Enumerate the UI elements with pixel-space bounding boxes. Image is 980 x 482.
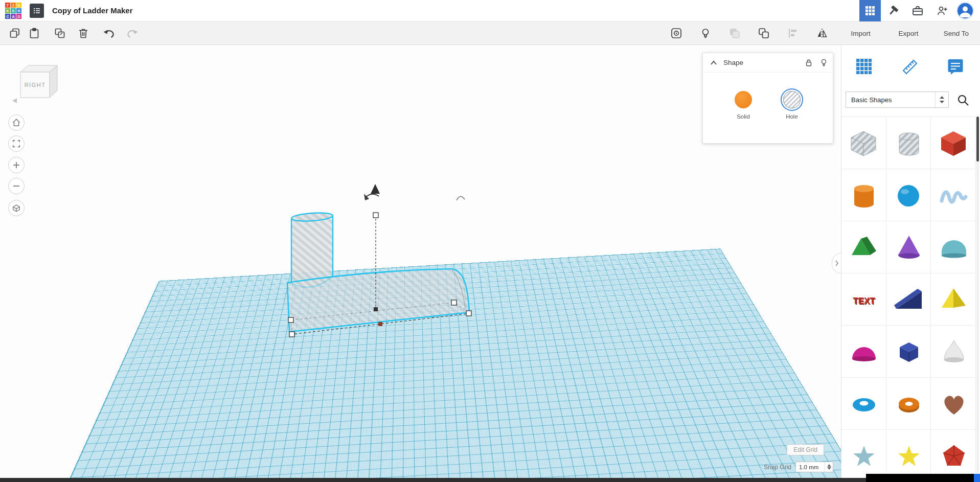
shape-gem[interactable] [931, 430, 976, 478]
shape-torus[interactable] [841, 378, 886, 430]
bright-button[interactable] [697, 25, 714, 42]
send-to-button[interactable]: Send To [932, 30, 980, 37]
move-up-arrow[interactable] [371, 184, 380, 194]
zoom-in-button[interactable] [8, 157, 25, 173]
shape-box[interactable] [931, 117, 976, 169]
lightbulb-icon [699, 27, 712, 39]
app-header: TINKERCAD Copy of Ladder Maker [0, 0, 980, 21]
shape-paraboloid[interactable] [931, 326, 976, 378]
projects-button[interactable] [905, 0, 930, 21]
shapes-panel: Basic Shapes TEXTTEXT [841, 45, 980, 478]
shape-roof[interactable] [841, 221, 886, 273]
sphere-icon [893, 179, 924, 211]
workplane-tool-button[interactable] [854, 56, 874, 77]
hole-option[interactable]: Hole [771, 91, 812, 120]
dashboard-grid-button[interactable] [859, 0, 881, 21]
shape-polygon[interactable] [886, 326, 931, 378]
show-all-button[interactable] [668, 25, 685, 42]
shape-text[interactable]: TEXTTEXT [841, 273, 886, 326]
notes-tool-button[interactable] [945, 56, 966, 77]
home-view-button[interactable] [8, 114, 25, 131]
hide-button[interactable] [820, 58, 828, 67]
scrollbar-thumb[interactable] [976, 117, 979, 162]
shape-star-yellow[interactable] [886, 430, 931, 478]
paste-button[interactable] [26, 25, 43, 42]
workplane-icon [855, 58, 873, 75]
shape-heart[interactable] [931, 378, 976, 430]
snap-grid-spinner[interactable] [825, 462, 833, 472]
view-cube[interactable]: RIGHT [10, 62, 66, 105]
undo-button[interactable] [100, 25, 118, 42]
shape-round-roof[interactable] [931, 221, 976, 273]
search-shapes-button[interactable] [955, 92, 971, 108]
hole-cylinder-object[interactable] [291, 212, 333, 287]
solid-swatch [735, 91, 752, 108]
rotate-handle-right[interactable] [457, 196, 465, 200]
lock-button[interactable] [805, 58, 813, 67]
round-roof-icon [938, 232, 969, 263]
shape-category-dropdown[interactable]: Basic Shapes [846, 91, 949, 108]
list-icon [32, 6, 41, 15]
solid-option[interactable]: Solid [723, 91, 764, 120]
rotate-handle[interactable] [364, 194, 379, 200]
bulb-icon [820, 58, 828, 67]
group-icon [728, 27, 741, 39]
shape-sphere[interactable] [886, 169, 931, 221]
duplicate-button[interactable] [51, 25, 69, 42]
copy-button[interactable] [6, 25, 24, 42]
snap-grid-select[interactable]: 1.0 mm [795, 462, 833, 472]
shape-cylinder[interactable] [841, 169, 886, 221]
snap-grid-control: Snap Grid 1.0 mm [764, 462, 833, 472]
star-icon [848, 440, 879, 472]
shape-cylinder-hole[interactable] [886, 117, 931, 169]
ungroup-button[interactable] [755, 25, 772, 42]
tinker-button[interactable] [881, 0, 905, 21]
perspective-toggle-button[interactable] [8, 200, 25, 216]
mirror-button[interactable] [813, 25, 831, 42]
center-handle[interactable] [378, 322, 382, 326]
spinner-down-icon [827, 467, 831, 470]
design-menu-button[interactable] [30, 4, 44, 18]
align-button[interactable] [784, 25, 802, 42]
solid-label: Solid [723, 113, 764, 120]
group-button[interactable] [726, 25, 743, 42]
torus-icon [848, 388, 879, 420]
community-button[interactable] [930, 0, 954, 21]
object-actions [668, 25, 831, 42]
paste-icon [28, 27, 40, 39]
mid-handle[interactable] [374, 307, 378, 311]
tinkercad-logo[interactable]: TINKERCAD [5, 3, 21, 19]
search-icon [956, 94, 970, 107]
cone-icon [893, 232, 924, 263]
ruler-tool-button[interactable] [900, 56, 920, 77]
edit-grid-button[interactable]: Edit Grid [787, 444, 824, 455]
shape-star[interactable] [841, 430, 886, 478]
taskbar-fragment [866, 474, 974, 482]
shape-wedge[interactable] [886, 273, 931, 326]
shape-cone[interactable] [886, 221, 931, 273]
ungroup-icon [758, 27, 770, 39]
shape-half-sphere[interactable] [841, 326, 886, 378]
export-button[interactable]: Export [884, 30, 932, 37]
gem-icon [938, 440, 969, 472]
shape-tube[interactable] [886, 378, 931, 430]
shape-scribble[interactable] [931, 169, 976, 221]
shape-box-hole[interactable] [841, 117, 886, 169]
plus-icon [11, 160, 21, 170]
collapse-panel-button[interactable] [710, 60, 717, 65]
delete-button[interactable] [75, 25, 92, 42]
chevron-right-icon [835, 260, 839, 266]
user-avatar[interactable] [958, 3, 973, 18]
import-button[interactable]: Import [837, 30, 884, 37]
redo-button[interactable] [124, 25, 141, 42]
tube-icon [893, 388, 924, 420]
paraboloid-icon [938, 336, 969, 368]
zoom-out-button[interactable] [8, 178, 25, 194]
panel-scrollbar[interactable] [976, 117, 979, 474]
shape-pyramid[interactable] [931, 273, 976, 326]
align-icon [787, 27, 799, 39]
fit-view-button[interactable] [8, 135, 25, 152]
chevron-up-icon [710, 60, 717, 65]
hammer-icon [887, 5, 899, 17]
orbit-arrow-icon[interactable] [12, 98, 17, 103]
